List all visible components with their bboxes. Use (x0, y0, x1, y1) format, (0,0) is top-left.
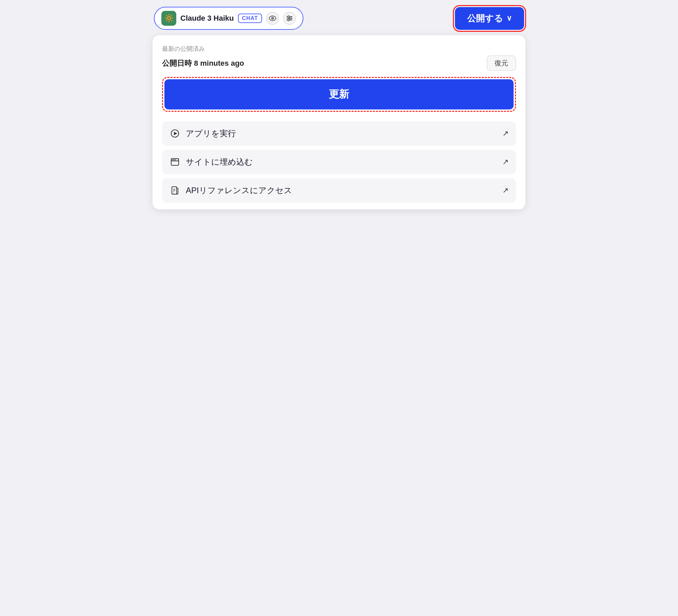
main-container: 🔆 Claude 3 Haiku CHAT (153, 7, 525, 209)
dropdown-panel: 最新の公開済み 公開日時 8 minutes ago 復元 更新 (153, 35, 525, 209)
api-reference-arrow-icon: ↗ (502, 186, 509, 195)
update-button-label: 更新 (329, 88, 349, 100)
svg-point-5 (287, 16, 289, 18)
publish-button[interactable]: 公開する ∨ (455, 7, 524, 30)
model-name: Claude 3 Haiku (180, 14, 234, 23)
eye-icon[interactable] (266, 12, 279, 25)
api-reference-menu-item[interactable]: APIリファレンスにアクセス ↗ (162, 178, 516, 203)
run-app-menu-item[interactable]: アプリを実行 ↗ (162, 121, 516, 146)
top-bar: 🔆 Claude 3 Haiku CHAT (153, 7, 525, 30)
embed-site-arrow-icon: ↗ (502, 158, 509, 166)
embed-icon (170, 158, 180, 166)
svg-point-13 (174, 159, 175, 160)
svg-point-6 (290, 18, 291, 19)
published-time: 公開日時 8 minutes ago (162, 58, 244, 68)
embed-site-label: サイトに埋め込む (186, 157, 253, 167)
model-icon: 🔆 (161, 11, 176, 26)
svg-point-12 (172, 159, 173, 160)
settings-icon[interactable] (283, 12, 296, 25)
run-app-arrow-icon: ↗ (502, 129, 509, 138)
update-button[interactable]: 更新 (164, 79, 514, 109)
published-prefix: 公開日時 (162, 59, 192, 67)
svg-point-1 (272, 18, 273, 19)
publish-button-label: 公開する (467, 13, 503, 24)
latest-published-label: 最新の公開済み (162, 45, 516, 53)
run-app-label: アプリを実行 (186, 128, 236, 139)
svg-marker-9 (174, 132, 177, 135)
chat-badge: CHAT (238, 14, 262, 23)
update-button-wrapper: 更新 (162, 77, 516, 112)
model-selector[interactable]: 🔆 Claude 3 Haiku CHAT (154, 7, 303, 30)
api-reference-left: APIリファレンスにアクセス (170, 185, 292, 196)
embed-site-menu-item[interactable]: サイトに埋め込む ↗ (162, 150, 516, 174)
restore-button[interactable]: 復元 (487, 56, 516, 71)
svg-point-14 (175, 159, 176, 160)
restore-button-label: 復元 (495, 59, 508, 67)
api-reference-label: APIリファレンスにアクセス (186, 185, 292, 196)
document-icon (170, 186, 180, 195)
embed-site-left: サイトに埋め込む (170, 157, 253, 167)
play-icon (170, 129, 180, 138)
run-app-left: アプリを実行 (170, 128, 236, 139)
publish-chevron-icon: ∨ (506, 14, 512, 23)
menu-items: アプリを実行 ↗ サイトに埋め込む (162, 121, 516, 203)
published-time-value: 8 minutes ago (194, 59, 244, 67)
model-icon-glyph: 🔆 (164, 14, 174, 23)
published-row: 公開日時 8 minutes ago 復元 (162, 56, 516, 71)
svg-point-7 (287, 19, 289, 21)
